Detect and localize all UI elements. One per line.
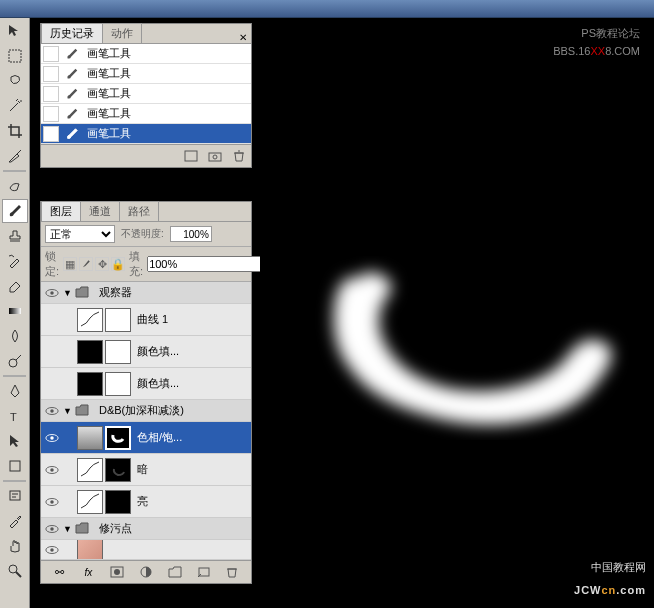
layer-group-observer[interactable]: ▼ 观察器 — [41, 282, 251, 304]
svg-point-23 — [50, 548, 54, 552]
lock-all-icon[interactable]: 🔒 — [111, 257, 125, 271]
visibility-icon[interactable] — [41, 465, 63, 475]
layer-group-repair[interactable]: ▼ 修污点 — [41, 518, 251, 540]
layer-row[interactable]: 颜色填... — [41, 336, 251, 368]
layer-controls: 正常 不透明度: — [41, 222, 251, 247]
mask-thumb — [105, 340, 131, 364]
layer-name: 暗 — [137, 462, 148, 477]
lock-image-icon[interactable] — [79, 257, 93, 271]
eyedropper-tool[interactable] — [2, 509, 28, 533]
history-panel-tabs: 历史记录 动作 ✕ — [41, 24, 251, 44]
layer-row[interactable]: 亮 — [41, 486, 251, 518]
type-tool[interactable]: T — [2, 404, 28, 428]
zoom-tool[interactable] — [2, 559, 28, 583]
crop-tool[interactable] — [2, 119, 28, 143]
brush-tool[interactable] — [2, 199, 28, 223]
layers-list: ▼ 观察器 曲线 1 颜色填... 颜色填... ▼ — [41, 282, 251, 560]
move-tool[interactable] — [2, 19, 28, 43]
visibility-icon[interactable] — [41, 545, 63, 555]
visibility-icon[interactable] — [41, 406, 63, 416]
tab-actions[interactable]: 动作 — [102, 23, 142, 43]
app-header — [0, 0, 654, 18]
blend-mode-select[interactable]: 正常 — [45, 225, 115, 243]
tab-history[interactable]: 历史记录 — [41, 23, 103, 43]
blur-tool[interactable] — [2, 324, 28, 348]
opacity-input[interactable] — [170, 226, 212, 242]
tab-layers[interactable]: 图层 — [41, 201, 81, 221]
tab-channels[interactable]: 通道 — [80, 201, 120, 221]
lock-transparent-icon[interactable]: ▦ — [63, 257, 77, 271]
stamp-tool[interactable] — [2, 224, 28, 248]
expand-arrow-icon[interactable]: ▼ — [63, 524, 75, 534]
history-item[interactable]: 画笔工具 — [41, 124, 251, 144]
folder-icon — [75, 404, 91, 418]
canvas[interactable]: PS教程论坛 BBS.16XX8.COM 中国教程网 JCWcn.com — [260, 18, 654, 608]
layer-group-dnb[interactable]: ▼ D&B(加深和减淡) — [41, 400, 251, 422]
history-footer — [41, 144, 251, 167]
marquee-tool[interactable] — [2, 44, 28, 68]
mask-icon[interactable] — [108, 564, 126, 580]
svg-point-21 — [50, 527, 54, 531]
expand-arrow-icon[interactable]: ▼ — [63, 288, 75, 298]
snapshot-icon[interactable] — [206, 148, 224, 164]
svg-point-6 — [9, 565, 17, 573]
layer-row[interactable]: 色相/饱... — [41, 422, 251, 454]
history-item[interactable]: 画笔工具 — [41, 64, 251, 84]
visibility-icon[interactable] — [41, 433, 63, 443]
layer-row[interactable] — [41, 540, 251, 560]
link-icon[interactable]: ⚯ — [50, 564, 68, 580]
new-doc-from-state-icon[interactable] — [182, 148, 200, 164]
healing-tool[interactable] — [2, 174, 28, 198]
layer-name: 亮 — [137, 494, 148, 509]
svg-rect-0 — [9, 50, 21, 62]
fill-thumb — [77, 372, 103, 396]
gradient-tool[interactable] — [2, 299, 28, 323]
fill-thumb — [77, 340, 103, 364]
fx-icon[interactable]: fx — [79, 564, 97, 580]
visibility-icon[interactable] — [41, 524, 63, 534]
history-item[interactable]: 画笔工具 — [41, 104, 251, 124]
visibility-icon[interactable] — [41, 497, 63, 507]
tab-paths[interactable]: 路径 — [119, 201, 159, 221]
path-select-tool[interactable] — [2, 429, 28, 453]
shape-tool[interactable] — [2, 454, 28, 478]
adjustment-icon[interactable] — [137, 564, 155, 580]
svg-rect-8 — [209, 153, 221, 161]
history-panel: 历史记录 动作 ✕ 画笔工具 画笔工具 画笔工具 画笔工具 画笔工具 — [40, 23, 252, 168]
mask-thumb — [105, 490, 131, 514]
history-brush-tool[interactable] — [2, 249, 28, 273]
brush-icon — [63, 107, 81, 121]
history-item-label: 画笔工具 — [87, 86, 131, 101]
visibility-icon[interactable] — [41, 288, 63, 298]
history-item[interactable]: 画笔工具 — [41, 84, 251, 104]
trash-icon[interactable] — [230, 148, 248, 164]
wand-tool[interactable] — [2, 94, 28, 118]
adjustment-thumb — [77, 458, 103, 482]
lasso-tool[interactable] — [2, 69, 28, 93]
svg-point-15 — [50, 436, 54, 440]
hand-tool[interactable] — [2, 534, 28, 558]
mask-thumb — [105, 372, 131, 396]
new-layer-icon[interactable] — [195, 564, 213, 580]
dodge-tool[interactable] — [2, 349, 28, 373]
brush-icon — [63, 127, 81, 141]
svg-rect-1 — [9, 308, 21, 314]
svg-point-25 — [114, 569, 120, 575]
watermark-top: PS教程论坛 BBS.16XX8.COM — [553, 24, 640, 60]
history-item-label: 画笔工具 — [87, 46, 131, 61]
layer-row[interactable]: 颜色填... — [41, 368, 251, 400]
notes-tool[interactable] — [2, 484, 28, 508]
lock-position-icon[interactable]: ✥ — [95, 257, 109, 271]
slice-tool[interactable] — [2, 144, 28, 168]
layer-name: 修污点 — [99, 521, 132, 536]
layer-row[interactable]: 曲线 1 — [41, 304, 251, 336]
history-item[interactable]: 画笔工具 — [41, 44, 251, 64]
folder-new-icon[interactable] — [166, 564, 184, 580]
expand-arrow-icon[interactable]: ▼ — [63, 406, 75, 416]
pen-tool[interactable] — [2, 379, 28, 403]
layer-row[interactable]: 暗 — [41, 454, 251, 486]
eraser-tool[interactable] — [2, 274, 28, 298]
brush-icon — [63, 67, 81, 81]
trash-icon[interactable] — [223, 564, 241, 580]
panel-close-icon[interactable]: ✕ — [235, 32, 251, 43]
